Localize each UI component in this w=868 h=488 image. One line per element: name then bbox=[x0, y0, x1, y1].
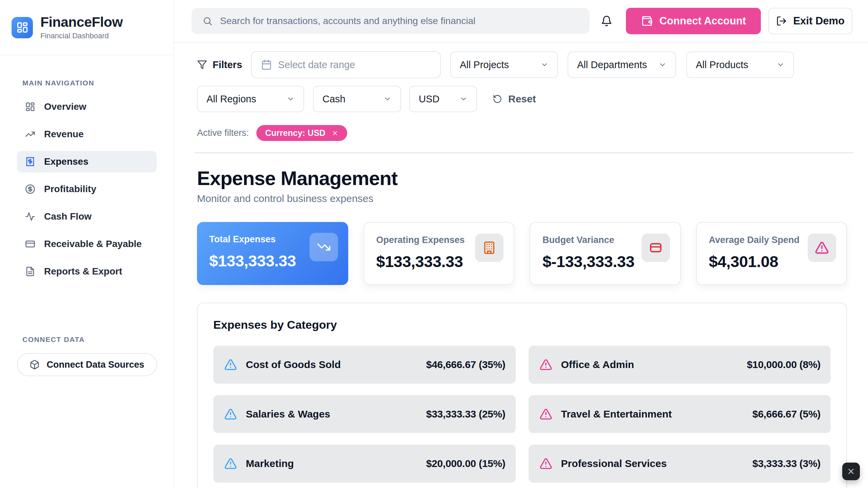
search-input[interactable] bbox=[220, 16, 579, 26]
exit-demo-button[interactable]: Exit Demo bbox=[768, 8, 852, 34]
date-range-input[interactable] bbox=[278, 59, 431, 70]
box-icon bbox=[29, 360, 40, 370]
category-value: $10,000.00 (8%) bbox=[747, 359, 821, 370]
section-divider bbox=[195, 152, 853, 153]
connect-data-sources-button[interactable]: Connect Data Sources bbox=[17, 353, 157, 376]
expenses-by-category-panel: Expenses by Category Cost of Goods Sold … bbox=[197, 303, 847, 488]
category-name: Office & Admin bbox=[561, 359, 634, 370]
category-name: Cost of Goods Sold bbox=[246, 359, 341, 370]
category-value: $46,666.67 (35%) bbox=[426, 359, 506, 370]
main-navigation: Overview Revenue Expenses Profitability … bbox=[17, 96, 157, 282]
alert-triangle-icon bbox=[224, 358, 237, 371]
sidebar-item-revenue[interactable]: Revenue bbox=[17, 123, 157, 145]
sidebar-item-reports-export[interactable]: Reports & Export bbox=[17, 261, 157, 282]
app-logo-icon bbox=[12, 17, 33, 38]
reset-filters-button[interactable]: Reset bbox=[493, 93, 536, 105]
stat-card-total-expenses[interactable]: Total Expenses $133,333.33 bbox=[197, 222, 348, 285]
app-title: FinanceFlow bbox=[40, 15, 123, 30]
sidebar-item-label: Cash Flow bbox=[44, 211, 92, 222]
calendar-icon bbox=[261, 59, 272, 70]
layout-dashboard-icon bbox=[25, 102, 35, 112]
alert-triangle-icon bbox=[224, 457, 237, 470]
notifications-button[interactable] bbox=[599, 14, 614, 28]
projects-select[interactable]: All Projects bbox=[450, 52, 558, 78]
date-range-field[interactable] bbox=[251, 51, 441, 78]
filters-label: Filters bbox=[213, 59, 242, 70]
sidebar-item-label: Expenses bbox=[44, 156, 88, 167]
chevron-down-icon bbox=[776, 61, 785, 69]
category-name: Travel & Entertainment bbox=[561, 408, 672, 420]
products-select[interactable]: All Products bbox=[686, 52, 794, 78]
stat-card-operating-expenses[interactable]: Operating Expenses $133,333.33 bbox=[363, 222, 515, 285]
sidebar: FinanceFlow Financial Dashboard MAIN NAV… bbox=[0, 0, 174, 488]
departments-select[interactable]: All Departments bbox=[568, 52, 676, 78]
overlay-close-button[interactable] bbox=[842, 463, 860, 480]
topbar: Connect Account Exit Demo bbox=[174, 0, 868, 42]
connect-section-label: CONNECT DATA bbox=[0, 336, 174, 344]
category-name: Salaries & Wages bbox=[246, 408, 330, 420]
stat-card-average-daily-spend[interactable]: Average Daily Spend $4,301.08 bbox=[696, 222, 847, 285]
app-logo: FinanceFlow Financial Dashboard bbox=[0, 0, 174, 55]
panel-title: Expenses by Category bbox=[213, 318, 831, 331]
chevron-down-icon bbox=[287, 95, 295, 103]
app-tagline: Financial Dashboard bbox=[40, 32, 123, 40]
alert-triangle-icon bbox=[539, 457, 552, 470]
category-row-professional-services: Professional Services $3,333.33 (3%) bbox=[529, 445, 831, 483]
nav-section-label: MAIN NAVIGATION bbox=[0, 79, 174, 87]
currency-select[interactable]: USD bbox=[409, 86, 477, 112]
sidebar-item-overview[interactable]: Overview bbox=[17, 96, 157, 118]
filters-row-2: All Regions Cash USD Reset bbox=[197, 86, 847, 112]
wallet-icon bbox=[641, 15, 653, 27]
stat-cards: Total Expenses $133,333.33 Operating Exp… bbox=[197, 222, 847, 285]
rotate-ccw-icon bbox=[493, 94, 502, 104]
sidebar-item-cash-flow[interactable]: Cash Flow bbox=[17, 206, 157, 227]
products-select-value: All Products bbox=[696, 59, 748, 70]
connect-data-sources-label: Connect Data Sources bbox=[46, 360, 144, 370]
page-subtitle: Monitor and control business expenses bbox=[197, 193, 847, 204]
trending-down-icon bbox=[310, 233, 338, 261]
building-icon bbox=[475, 233, 504, 262]
active-filter-chip-currency[interactable]: Currency: USD bbox=[256, 125, 347, 141]
funnel-icon bbox=[197, 60, 207, 70]
category-row-office-admin: Office & Admin $10,000.00 (8%) bbox=[529, 346, 831, 384]
alert-triangle-icon bbox=[539, 358, 552, 371]
content: Filters All Projects All Departments All… bbox=[174, 42, 868, 488]
close-icon bbox=[847, 467, 855, 476]
receipt-icon bbox=[25, 157, 35, 167]
connect-account-button[interactable]: Connect Account bbox=[626, 8, 761, 34]
currency-select-value: USD bbox=[419, 94, 439, 105]
payment-method-select-value: Cash bbox=[322, 94, 346, 105]
activity-icon bbox=[25, 211, 35, 222]
category-value: $3,333.33 (3%) bbox=[752, 458, 821, 469]
category-value: $33,333.33 (25%) bbox=[426, 408, 506, 420]
sidebar-item-expenses[interactable]: Expenses bbox=[17, 151, 157, 172]
sidebar-item-label: Profitability bbox=[44, 184, 96, 195]
x-icon[interactable] bbox=[332, 130, 338, 137]
credit-card-icon bbox=[642, 233, 670, 262]
projects-select-value: All Projects bbox=[460, 59, 509, 70]
category-row-salaries-wages: Salaries & Wages $33,333.33 (25%) bbox=[213, 395, 516, 433]
filters-row-1: Filters All Projects All Departments All… bbox=[197, 51, 847, 78]
regions-select[interactable]: All Regions bbox=[197, 86, 304, 112]
category-name: Marketing bbox=[246, 458, 294, 469]
stat-card-budget-variance[interactable]: Budget Variance $-133,333.33 bbox=[530, 222, 681, 285]
chevron-down-icon bbox=[540, 61, 549, 69]
sidebar-item-label: Revenue bbox=[44, 129, 84, 140]
sidebar-item-receivable-payable[interactable]: Receivable & Payable bbox=[17, 233, 157, 255]
chevron-down-icon bbox=[658, 61, 667, 69]
search-icon bbox=[202, 16, 213, 26]
circle-dollar-icon bbox=[25, 184, 35, 194]
chevron-down-icon bbox=[459, 95, 468, 103]
main-area: Connect Account Exit Demo Filters All bbox=[174, 0, 868, 488]
category-row-travel-entertainment: Travel & Entertainment $6,666.67 (5%) bbox=[529, 395, 831, 433]
payment-method-select[interactable]: Cash bbox=[313, 86, 401, 112]
log-out-icon bbox=[776, 16, 787, 26]
active-filters-row: Active filters: Currency: USD bbox=[197, 125, 847, 141]
filters-heading: Filters bbox=[197, 59, 242, 70]
alert-triangle-icon bbox=[224, 408, 237, 421]
active-filter-chip-label: Currency: USD bbox=[265, 128, 326, 138]
trending-up-icon bbox=[25, 129, 35, 139]
regions-select-value: All Regions bbox=[206, 94, 256, 105]
app-root: FinanceFlow Financial Dashboard MAIN NAV… bbox=[0, 0, 868, 488]
sidebar-item-profitability[interactable]: Profitability bbox=[17, 178, 157, 200]
